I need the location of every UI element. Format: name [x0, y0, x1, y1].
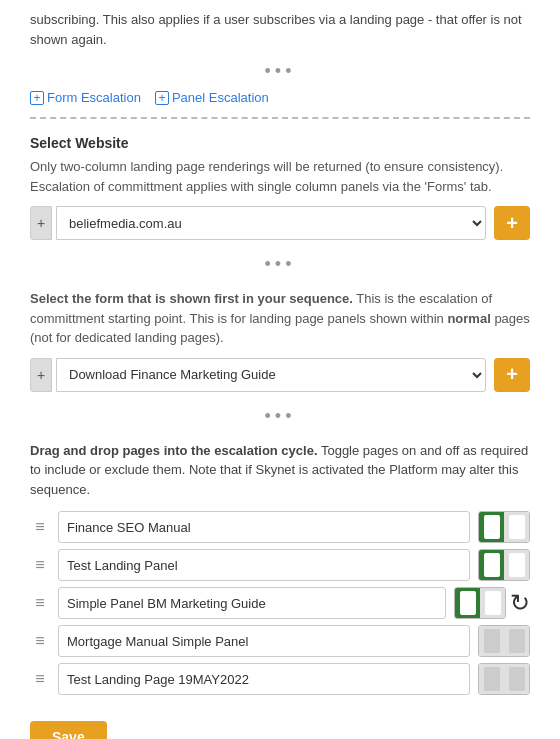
form-escalation-plus-icon: + — [30, 91, 44, 105]
select-form-wrapper: + Download Finance Marketing Guide — [30, 358, 486, 392]
toggle-knob — [509, 553, 525, 577]
select-form-dropdown[interactable]: Download Finance Marketing Guide — [56, 358, 486, 392]
panel-label: Simple Panel BM Marketing Guide — [58, 587, 446, 619]
toggle-knob — [484, 515, 500, 539]
select-form-desc-normal: normal — [447, 311, 490, 326]
drag-handle-icon[interactable]: ≡ — [30, 632, 50, 650]
toggle-switch[interactable] — [478, 549, 530, 581]
toggle-off[interactable] — [480, 588, 505, 618]
drag-handle-icon[interactable]: ≡ — [30, 556, 50, 574]
toggle-switch[interactable] — [478, 663, 530, 695]
table-row-with-arrow: ≡ Simple Panel BM Marketing Guide ↺ — [30, 587, 530, 619]
top-description: subscribing. This also applies if a user… — [0, 0, 560, 57]
drag-drop-desc: Drag and drop pages into the escalation … — [30, 441, 530, 500]
toggle-off[interactable] — [504, 626, 529, 656]
panel-label: Test Landing Panel — [58, 549, 470, 581]
form-escalation-link[interactable]: + Form Escalation — [30, 90, 141, 105]
select-form-desc-bold: Select the form that is shown first in y… — [30, 291, 353, 306]
select-form-add-button[interactable]: + — [494, 358, 530, 392]
toggle-off[interactable] — [504, 512, 529, 542]
select-website-add-button[interactable]: + — [494, 206, 530, 240]
dots-divider-2: ••• — [0, 250, 560, 279]
drag-handle-icon[interactable]: ≡ — [30, 518, 50, 536]
toggle-knob — [485, 591, 501, 615]
select-form-desc: Select the form that is shown first in y… — [30, 289, 530, 348]
select-form-expand-btn[interactable]: + — [30, 358, 52, 392]
drag-drop-desc-bold: Drag and drop pages into the escalation … — [30, 443, 318, 458]
panel-label: Finance SEO Manual — [58, 511, 470, 543]
select-website-wrapper: + beliefmedia.com.au — [30, 206, 486, 240]
panel-escalation-plus-icon: + — [155, 91, 169, 105]
select-website-row: + beliefmedia.com.au + — [30, 206, 530, 240]
save-button[interactable]: Save — [30, 721, 107, 739]
select-website-expand-btn[interactable]: + — [30, 206, 52, 240]
toggle-on[interactable] — [479, 626, 504, 656]
toggle-off[interactable] — [504, 550, 529, 580]
table-row: ≡ Test Landing Panel — [30, 549, 530, 581]
toggle-knob — [509, 667, 525, 691]
select-form-section: Select the form that is shown first in y… — [0, 279, 560, 402]
toggle-switch[interactable] — [454, 587, 506, 619]
table-row: ≡ Simple Panel BM Marketing Guide — [30, 587, 506, 619]
dashed-divider — [30, 117, 530, 119]
table-row: ≡ Mortgage Manual Simple Panel — [30, 625, 530, 657]
table-row: ≡ Test Landing Page 19MAY2022 — [30, 663, 530, 695]
panel-label: Test Landing Page 19MAY2022 — [58, 663, 470, 695]
drag-drop-section: Drag and drop pages into the escalation … — [0, 431, 560, 706]
select-website-desc: Only two-column landing page renderings … — [30, 157, 530, 196]
rotate-arrow-icon: ↺ — [510, 589, 530, 617]
panel-escalation-link[interactable]: + Panel Escalation — [155, 90, 269, 105]
toggle-switch[interactable] — [478, 511, 530, 543]
toggle-knob — [484, 553, 500, 577]
toggle-knob — [509, 515, 525, 539]
toggle-off[interactable] — [504, 664, 529, 694]
drag-handle-icon[interactable]: ≡ — [30, 594, 50, 612]
toggle-on[interactable] — [479, 664, 504, 694]
toggle-on[interactable] — [455, 588, 480, 618]
toggle-knob — [509, 629, 525, 653]
toggle-switch[interactable] — [478, 625, 530, 657]
drag-handle-icon[interactable]: ≡ — [30, 670, 50, 688]
panel-list: ≡ Finance SEO Manual ≡ Test Landing Pane… — [30, 511, 530, 695]
select-website-section: Select Website Only two-column landing p… — [0, 125, 560, 250]
dots-divider-3: ••• — [0, 402, 560, 431]
toggle-on[interactable] — [479, 550, 504, 580]
select-website-title: Select Website — [30, 135, 530, 151]
toggle-on[interactable] — [479, 512, 504, 542]
dots-divider-1: ••• — [0, 57, 560, 86]
select-website-dropdown[interactable]: beliefmedia.com.au — [56, 206, 486, 240]
select-form-row: + Download Finance Marketing Guide + — [30, 358, 530, 392]
panel-label: Mortgage Manual Simple Panel — [58, 625, 470, 657]
toggle-knob — [460, 591, 476, 615]
escalation-links: + Form Escalation + Panel Escalation — [0, 86, 560, 111]
toggle-knob — [484, 667, 500, 691]
toggle-knob — [484, 629, 500, 653]
table-row: ≡ Finance SEO Manual — [30, 511, 530, 543]
